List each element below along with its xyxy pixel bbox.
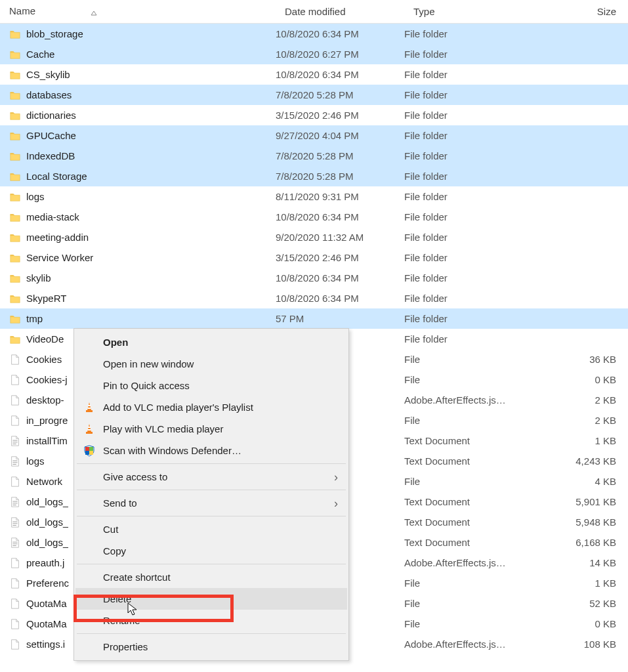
column-header-size[interactable]: Size bbox=[542, 6, 628, 17]
column-header-name[interactable]: Name bbox=[9, 5, 285, 18]
file-name-label: QuotaMa bbox=[26, 618, 67, 629]
folder-icon bbox=[9, 293, 21, 304]
cell-type: Adobe.AfterEffects.js… bbox=[404, 557, 533, 568]
cell-type: File folder bbox=[404, 130, 533, 141]
column-header-type[interactable]: Type bbox=[413, 6, 542, 17]
file-icon bbox=[9, 374, 21, 386]
menu-item-defender[interactable]: Scan with Windows Defender… bbox=[75, 440, 347, 461]
cell-type: File folder bbox=[404, 110, 533, 121]
file-row[interactable]: skylib10/8/2020 6:34 PMFile folder bbox=[0, 268, 628, 288]
file-name-label: IndexedDB bbox=[26, 150, 75, 161]
file-row[interactable]: logs8/11/2020 9:31 PMFile folder bbox=[0, 186, 628, 207]
cell-size: 5,901 KB bbox=[533, 496, 628, 507]
cell-size: 52 KB bbox=[533, 598, 628, 609]
file-name-label: installTim bbox=[26, 435, 68, 446]
cell-type: Text Document bbox=[404, 496, 533, 507]
file-row[interactable]: IndexedDB7/8/2020 5:28 PMFile folder bbox=[0, 146, 628, 166]
file-row[interactable]: SkypeRT10/8/2020 6:34 PMFile folder bbox=[0, 288, 628, 308]
file-row[interactable]: databases7/8/2020 5:28 PMFile folder bbox=[0, 85, 628, 105]
cell-size: 36 KB bbox=[533, 354, 628, 365]
cell-type: File folder bbox=[404, 333, 533, 345]
menu-item-open-new-window[interactable]: Open in new window bbox=[75, 353, 347, 375]
folder-icon bbox=[9, 191, 21, 203]
cell-name: dictionaries bbox=[9, 110, 276, 121]
file-row[interactable]: Service Worker3/15/2020 2:46 PMFile fold… bbox=[0, 247, 628, 268]
menu-item-send-to[interactable]: Send to › bbox=[75, 492, 347, 514]
svg-rect-19 bbox=[88, 427, 91, 428]
menu-item-vlc-play[interactable]: Play with VLC media player bbox=[75, 418, 347, 440]
cell-name: Local Storage bbox=[9, 171, 276, 182]
column-header-date[interactable]: Date modified bbox=[285, 6, 413, 17]
file-icon bbox=[9, 354, 21, 366]
cell-type: File folder bbox=[404, 293, 533, 304]
menu-item-vlc-add[interactable]: Add to VLC media player's Playlist bbox=[75, 396, 347, 418]
folder-icon bbox=[9, 313, 21, 325]
file-name-label: GPUCache bbox=[26, 130, 76, 141]
chevron-right-icon: › bbox=[334, 470, 338, 484]
file-name-label: Cookies-j bbox=[26, 374, 68, 385]
cell-size: 1 KB bbox=[533, 578, 628, 589]
file-row[interactable]: dictionaries3/15/2020 2:46 PMFile folder bbox=[0, 105, 628, 125]
file-name-label: Service Worker bbox=[26, 252, 93, 263]
file-row[interactable]: Local Storage7/8/2020 5:28 PMFile folder bbox=[0, 166, 628, 186]
cell-date: 10/8/2020 6:34 PM bbox=[276, 272, 404, 284]
menu-separator bbox=[77, 516, 346, 516]
cell-date: 10/8/2020 6:27 PM bbox=[276, 49, 404, 60]
svg-rect-16 bbox=[88, 405, 91, 406]
file-row[interactable]: meeting-addin9/20/2020 11:32 AMFile fold… bbox=[0, 227, 628, 247]
file-icon bbox=[9, 618, 21, 630]
menu-item-delete[interactable]: Delete bbox=[75, 588, 347, 610]
menu-item-give-access[interactable]: Give access to › bbox=[75, 466, 347, 488]
file-row[interactable]: Cache10/8/2020 6:27 PMFile folder bbox=[0, 44, 628, 64]
cell-name: meeting-addin bbox=[9, 232, 276, 243]
cell-type: Text Document bbox=[404, 537, 533, 548]
cell-type: File folder bbox=[404, 211, 533, 222]
file-icon bbox=[9, 639, 21, 650]
file-name-label: VideoDe bbox=[26, 333, 64, 345]
menu-item-pin-quick-access[interactable]: Pin to Quick access bbox=[75, 375, 347, 396]
cell-date: 3/15/2020 2:46 PM bbox=[276, 252, 404, 263]
file-name-label: old_logs_ bbox=[26, 516, 68, 528]
cell-type: File bbox=[404, 476, 533, 487]
cell-name: blob_storage bbox=[9, 28, 276, 40]
file-row[interactable]: media-stack10/8/2020 6:34 PMFile folder bbox=[0, 207, 628, 227]
cell-type: File folder bbox=[404, 49, 533, 60]
cell-type: Adobe.AfterEffects.js… bbox=[404, 639, 533, 650]
folder-icon bbox=[9, 252, 21, 264]
file-name-label: settings.i bbox=[26, 639, 65, 650]
file-name-label: preauth.j bbox=[26, 557, 64, 568]
cell-size: 4 KB bbox=[533, 476, 628, 487]
file-name-label: blob_storage bbox=[26, 28, 83, 39]
cell-size: 4,243 KB bbox=[533, 455, 628, 467]
menu-item-copy[interactable]: Copy bbox=[75, 540, 347, 562]
cell-name: IndexedDB bbox=[9, 150, 276, 162]
folder-icon bbox=[9, 232, 21, 243]
file-row[interactable]: blob_storage10/8/2020 6:34 PMFile folder bbox=[0, 24, 628, 44]
folder-icon bbox=[9, 211, 21, 223]
file-row[interactable]: tmp57 PMFile folder bbox=[0, 308, 628, 329]
cell-date: 3/15/2020 2:46 PM bbox=[276, 110, 404, 121]
menu-item-create-shortcut[interactable]: Create shortcut bbox=[75, 566, 347, 588]
folder-icon bbox=[9, 272, 21, 284]
context-menu: Open Open in new window Pin to Quick acc… bbox=[73, 328, 349, 654]
file-icon bbox=[9, 598, 21, 610]
cell-name: CS_skylib bbox=[9, 69, 276, 81]
file-name-label: logs bbox=[26, 191, 45, 202]
cell-type: File folder bbox=[404, 232, 533, 243]
file-name-label: dictionaries bbox=[26, 110, 76, 121]
cell-type: File folder bbox=[404, 252, 533, 263]
file-row[interactable]: GPUCache9/27/2020 4:04 PMFile folder bbox=[0, 125, 628, 146]
menu-item-properties[interactable]: Properties bbox=[75, 636, 347, 654]
cell-type: File folder bbox=[404, 150, 533, 161]
cell-size: 14 KB bbox=[533, 557, 628, 568]
menu-item-open[interactable]: Open bbox=[75, 331, 347, 353]
folder-icon bbox=[9, 171, 21, 182]
cell-size: 1 KB bbox=[533, 435, 628, 446]
cell-name: logs bbox=[9, 191, 276, 203]
file-row[interactable]: CS_skylib10/8/2020 6:34 PMFile folder bbox=[0, 64, 628, 85]
menu-item-cut[interactable]: Cut bbox=[75, 518, 347, 540]
menu-item-rename[interactable]: Rename bbox=[75, 610, 347, 631]
file-icon bbox=[9, 557, 21, 569]
folder-icon bbox=[9, 110, 21, 121]
file-name-label: Cookies bbox=[26, 354, 62, 365]
